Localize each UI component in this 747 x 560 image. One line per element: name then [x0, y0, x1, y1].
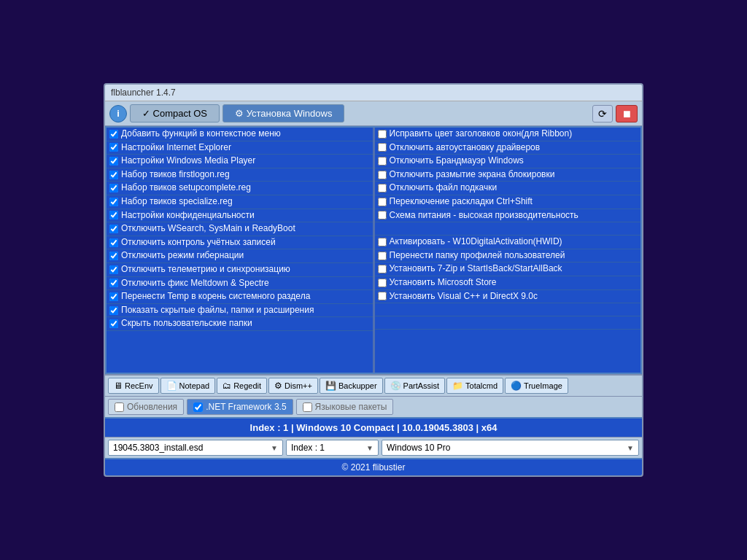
left-checkbox-label-8: Отключить контроль учётных записей — [121, 237, 276, 249]
left-checkbox-12[interactable] — [109, 292, 118, 301]
right-checkbox-row: Установить 7-Zip и StartIsBack/StartAllB… — [375, 262, 641, 276]
option-label-1: .NET Framework 3.5 — [206, 402, 286, 412]
option-checkbox-1[interactable] — [193, 402, 203, 412]
left-checkbox-row: Настройки Internet Explorer — [107, 141, 373, 155]
regedit-icon: 🗂 — [222, 381, 231, 391]
left-checkbox-label-5: Набор твиков specialize.reg — [121, 196, 233, 208]
stop-button[interactable]: ⏹ — [616, 105, 638, 122]
left-checkbox-label-10: Отключить телеметрию и синхронизацию — [121, 264, 290, 276]
left-checkbox-14[interactable] — [109, 319, 118, 328]
right-checkbox-row: Отключить размытие экрана блокировки — [375, 168, 641, 182]
left-checkbox-row: Набор твиков firstlogon.reg — [107, 168, 373, 182]
left-checkbox-row: Отключить фикс Meltdown & Spectre — [107, 277, 373, 291]
right-checkbox-6[interactable] — [378, 211, 387, 219]
right-checkbox-11[interactable] — [378, 279, 387, 287]
left-checkbox-11[interactable] — [109, 279, 118, 287]
left-checkbox-2[interactable] — [109, 157, 118, 166]
info-button[interactable]: i — [109, 105, 127, 122]
refresh-button[interactable]: ⟳ — [592, 105, 613, 122]
index-select-arrow: ▼ — [366, 444, 374, 452]
right-checkbox-label-3: Отключить размытие экрана блокировки — [390, 169, 555, 181]
right-checkbox-label-1: Отключить автоустановку драйверов — [390, 142, 541, 154]
right-checkbox-1[interactable] — [378, 143, 387, 152]
app-label-5: PartAssist — [403, 381, 440, 390]
app-button-dism++[interactable]: ⚙Dism++ — [268, 378, 318, 394]
right-checkbox-8[interactable] — [378, 238, 387, 246]
right-checkbox-4[interactable] — [378, 184, 387, 192]
file-select-arrow: ▼ — [271, 444, 278, 452]
left-checkbox-label-0: Добавить функций в контекстное меню — [121, 128, 281, 140]
right-checkbox-label-8: Активировать - W10DigitalActivation(HWID… — [390, 236, 562, 248]
right-checkbox-2[interactable] — [378, 157, 387, 166]
main-window: flblauncher 1.4.7 i ✓ Compact OS ⚙ Устан… — [104, 83, 643, 477]
right-checkbox-row: Установить Microsoft Store — [375, 276, 641, 290]
left-checkbox-row: Показать скрытые файлы, папки и расширен… — [107, 304, 373, 318]
trueimage-icon: 🔵 — [511, 381, 522, 391]
index-select[interactable]: Index : 1 ▼ — [286, 440, 379, 456]
app-button-trueimage[interactable]: 🔵TrueImage — [505, 378, 568, 394]
left-checkbox-5[interactable] — [109, 198, 118, 206]
right-checkbox-0[interactable] — [378, 130, 387, 139]
left-checkbox-10[interactable] — [109, 265, 118, 274]
status-text: Index : 1 | Windows 10 Compact | 10.0.19… — [250, 422, 498, 433]
window-title: flblauncher 1.4.7 — [111, 88, 176, 98]
right-checkbox-9[interactable] — [378, 252, 387, 260]
left-checkbox-1[interactable] — [109, 143, 118, 152]
left-checkbox-6[interactable] — [109, 211, 118, 219]
left-checkbox-label-11: Отключить фикс Meltdown & Spectre — [121, 278, 269, 289]
edition-select-arrow: ▼ — [627, 444, 634, 452]
right-checkbox-label-5: Переключение раскладки Ctrl+Shift — [390, 196, 533, 208]
right-checkbox-10[interactable] — [378, 265, 387, 273]
app-button-partassist[interactable]: 💿PartAssist — [384, 378, 446, 394]
option-checkbox-0[interactable] — [115, 402, 124, 412]
edition-select-value: Windows 10 Pro — [387, 443, 450, 453]
app-button-recenv[interactable]: 🖥RecEnv — [108, 378, 159, 394]
file-select[interactable]: 19045.3803_install.esd ▼ — [108, 440, 283, 456]
notepad-icon: 📄 — [166, 381, 177, 391]
right-checkbox-row: Отключить автоустановку драйверов — [375, 141, 641, 155]
left-checkbox-label-14: Скрыть пользовательские папки — [121, 318, 252, 330]
content-area: Добавить функций в контекстное менюНастр… — [105, 126, 642, 374]
tab-windows-install[interactable]: ⚙ Установка Windows — [222, 104, 344, 122]
right-checkbox-row: Отключить Брандмауэр Windows — [375, 155, 641, 168]
app-button-regedit[interactable]: 🗂Regedit — [217, 378, 267, 394]
option-button-1[interactable]: .NET Framework 3.5 — [187, 399, 293, 415]
right-checkbox-row — [375, 303, 641, 316]
left-checkbox-3[interactable] — [109, 171, 118, 179]
left-checkbox-8[interactable] — [109, 238, 118, 247]
right-checkbox-5[interactable] — [378, 198, 387, 206]
right-checkbox-label-10: Установить 7-Zip и StartIsBack/StartAllB… — [390, 263, 562, 275]
toolbar: i ✓ Compact OS ⚙ Установка Windows ⟳ ⏹ — [105, 101, 642, 126]
left-checkbox-7[interactable] — [109, 225, 118, 233]
windows-install-tab-label: ⚙ Установка Windows — [235, 108, 332, 119]
app-label-3: Dism++ — [285, 381, 312, 390]
edition-select[interactable]: Windows 10 Pro ▼ — [382, 440, 639, 456]
titlebar: flblauncher 1.4.7 — [105, 85, 642, 101]
left-checkbox-9[interactable] — [109, 252, 118, 260]
tab-compact-os[interactable]: ✓ Compact OS — [130, 104, 220, 122]
option-checkbox-2[interactable] — [303, 402, 312, 412]
left-panel: Добавить функций в контекстное менюНастр… — [107, 128, 374, 373]
right-checkbox-row — [375, 222, 641, 236]
recenv-icon: 🖥 — [114, 381, 123, 391]
option-button-2[interactable]: Языковые пакеты — [296, 399, 394, 415]
left-checkbox-13[interactable] — [109, 306, 118, 315]
option-label-2: Языковые пакеты — [315, 402, 387, 412]
right-checkbox-row: Установить Visual C++ и DirectX 9.0c — [375, 290, 641, 304]
app-button-backupper[interactable]: 💾Backupper — [320, 378, 383, 394]
left-checkbox-4[interactable] — [109, 184, 118, 192]
left-checkbox-0[interactable] — [109, 130, 118, 139]
right-checkbox-3[interactable] — [378, 171, 387, 179]
option-label-0: Обновления — [127, 402, 177, 412]
left-checkbox-label-12: Перенести Temp в корень системного разде… — [121, 291, 310, 303]
option-button-0[interactable]: Обновления — [108, 399, 184, 415]
right-checkbox-row: Перенести папку профилей пользователей — [375, 249, 641, 263]
right-checkbox-12[interactable] — [378, 292, 387, 300]
app-button-totalcmd[interactable]: 📁Totalcmd — [446, 378, 503, 394]
right-checkbox-row: Исправить цвет заголовков окон(для Ribbo… — [375, 128, 641, 141]
app-button-notepad[interactable]: 📄Notepad — [160, 378, 216, 394]
right-checkbox-label-4: Отключить файл подкачки — [390, 182, 498, 194]
right-checkbox-label-9: Перенести папку профилей пользователей — [390, 250, 565, 262]
left-checkbox-row: Отключить WSearch, SysMain и ReadyBoot — [107, 222, 373, 236]
right-checkbox-row: Переключение раскладки Ctrl+Shift — [375, 195, 641, 209]
